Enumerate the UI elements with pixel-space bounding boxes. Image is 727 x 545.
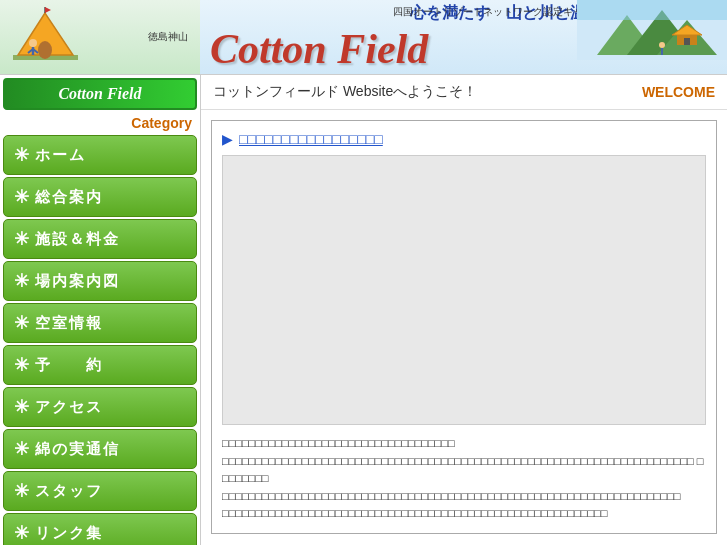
article-title-row: ▶ □□□□□□□□□□□□□□□□□ <box>222 131 706 147</box>
article-arrow-icon: ▶ <box>222 131 233 147</box>
nav-asterisk-home: ✳ <box>14 144 29 166</box>
article-image <box>222 155 706 425</box>
nav-item-staff[interactable]: ✳ スタッフ <box>3 471 197 511</box>
sidebar-brand-text: Cotton Field <box>58 85 141 102</box>
nav-item-map[interactable]: ✳ 場内案内図 <box>3 261 197 301</box>
tent-illustration <box>13 5 78 70</box>
nav-label-map: 場内案内図 <box>35 272 120 291</box>
body-line1: □□□□□□□□□□□□□□□□□□□□□□□□□□□□□□□□□□□ <box>222 437 455 449</box>
nav-item-facilities[interactable]: ✳ 施設＆料金 <box>3 219 197 259</box>
nav-item-links[interactable]: ✳ リンク集 <box>3 513 197 545</box>
svg-rect-13 <box>577 0 727 20</box>
svg-point-17 <box>659 42 665 48</box>
welcome-japanese: コットンフィールド Websiteへようこそ！ <box>213 83 477 101</box>
body-line5: □□□□□□□□□□□□□□□□□□□□□□□□□□□□□□□□□□□□□□□□… <box>222 507 607 519</box>
nav-asterisk-staff: ✳ <box>14 480 29 502</box>
nav-item-news[interactable]: ✳ 綿の実通信 <box>3 429 197 469</box>
nav-asterisk-facilities: ✳ <box>14 228 29 250</box>
content-area: コットンフィールド Websiteへようこそ！ WELCOME ▶ □□□□□□… <box>200 75 727 545</box>
svg-marker-4 <box>45 7 51 13</box>
body-line2: □□□□□□□□□□□□□□□□□□□□□□□□□□□□□□□□□□□□□□□□… <box>222 455 694 467</box>
nav-asterisk-map: ✳ <box>14 270 29 292</box>
page-header: 徳島神山 心を満たす 山と川と温泉と… Cotton Field 四国オートリゾ… <box>0 0 727 75</box>
nav-label-reservation: 予 約 <box>35 356 103 375</box>
main-layout: Cotton Field Category ✳ ホーム ✳ 総合案内 ✳ 施設＆… <box>0 75 727 545</box>
welcome-bar: コットンフィールド Websiteへようこそ！ WELCOME <box>201 75 727 110</box>
article-body: □□□□□□□□□□□□□□□□□□□□□□□□□□□□□□□□□□□ □□□□… <box>222 435 706 523</box>
sidebar-brand: Cotton Field <box>3 78 197 110</box>
article-title: □□□□□□□□□□□□□□□□□ <box>239 131 383 147</box>
nav-item-reservation[interactable]: ✳ 予 約 <box>3 345 197 385</box>
sidebar-category-label: Category <box>0 113 200 133</box>
svg-point-5 <box>29 39 37 47</box>
nav-item-home[interactable]: ✳ ホーム <box>3 135 197 175</box>
nav-label-access: アクセス <box>35 398 103 417</box>
nav-label-home: ホーム <box>35 146 86 165</box>
svg-rect-16 <box>684 38 690 45</box>
welcome-english: WELCOME <box>642 84 715 100</box>
article-box: ▶ □□□□□□□□□□□□□□□□□ □□□□□□□□□□□□□□□□□□□□… <box>211 120 717 534</box>
nav-asterisk-vacancy: ✳ <box>14 312 29 334</box>
nav-label-overview: 総合案内 <box>35 188 103 207</box>
nav-asterisk-overview: ✳ <box>14 186 29 208</box>
nav-item-overview[interactable]: ✳ 総合案内 <box>3 177 197 217</box>
header-title-area: 徳島神山 <box>78 30 188 44</box>
location-text: 徳島神山 <box>148 30 188 44</box>
header-left-panel: 徳島神山 <box>0 0 200 75</box>
nav-asterisk-reservation: ✳ <box>14 354 29 376</box>
nav-label-facilities: 施設＆料金 <box>35 230 120 249</box>
nav-item-access[interactable]: ✳ アクセス <box>3 387 197 427</box>
nav-asterisk-links: ✳ <box>14 522 29 544</box>
nav-label-staff: スタッフ <box>35 482 103 501</box>
mountain-illustration <box>577 0 727 60</box>
nav-label-vacancy: 空室情報 <box>35 314 103 333</box>
site-title: Cotton Field <box>210 28 428 70</box>
nav-label-news: 綿の実通信 <box>35 440 120 459</box>
nav-label-links: リンク集 <box>35 524 103 543</box>
nav-asterisk-access: ✳ <box>14 396 29 418</box>
sidebar: Cotton Field Category ✳ ホーム ✳ 総合案内 ✳ 施設＆… <box>0 75 200 545</box>
header-right-panel: 心を満たす 山と川と温泉と… Cotton Field 四国オートリゾートネット… <box>200 0 727 75</box>
nav-item-vacancy[interactable]: ✳ 空室情報 <box>3 303 197 343</box>
svg-point-2 <box>38 41 52 59</box>
nav-asterisk-news: ✳ <box>14 438 29 460</box>
content-main: ▶ □□□□□□□□□□□□□□□□□ □□□□□□□□□□□□□□□□□□□□… <box>201 110 727 544</box>
body-line4: □□□□□□□□□□□□□□□□□□□□□□□□□□□□□□□□□□□□□□□□… <box>222 490 680 502</box>
